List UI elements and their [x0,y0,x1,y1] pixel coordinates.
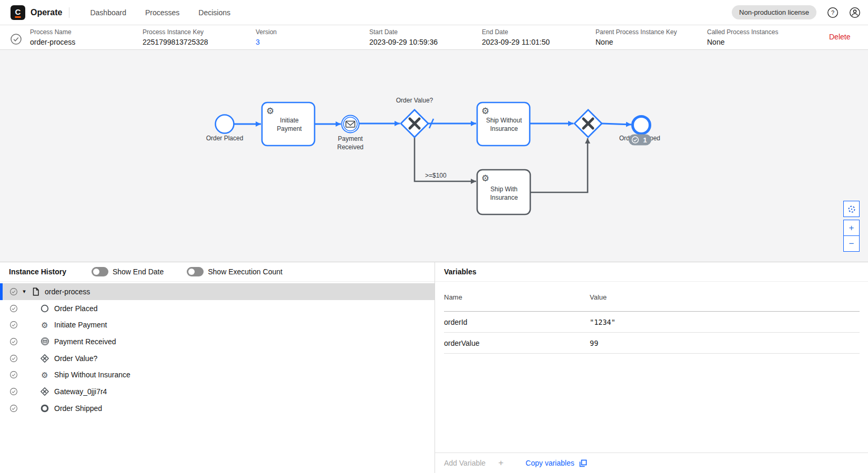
operate-app: C Operate Dashboard Processes Decisions … [0,0,868,473]
help-icon[interactable]: ? [827,7,839,18]
variables-table-header: Name Value [444,283,860,312]
svg-text:Payment: Payment [338,135,363,142]
exclusive-gateway-icon [40,387,49,396]
instance-header: Process Name order-process Process Insta… [0,25,868,50]
svg-text:Ship Without: Ship Without [486,117,522,124]
flow-ship-with-to-gateway2 [530,138,588,192]
start-event-icon [40,304,49,313]
history-row-gateway-0jji7r4[interactable]: Gateway_0jji7r4 [0,383,435,400]
history-row-order-value[interactable]: Order Value? [0,350,435,367]
copy-icon [579,459,587,467]
diagram-zoom-out-button[interactable]: − [843,235,860,252]
diagram-zoom-in-button[interactable]: + [843,220,860,236]
delete-button[interactable]: Delete [829,33,850,41]
nav-processes[interactable]: Processes [145,8,179,17]
app-title: Operate [31,8,62,17]
history-row-order-process[interactable]: ▾ order-process [0,283,435,300]
task-ship-with-insurance[interactable]: ⚙ Ship With Insurance [477,170,530,214]
start-event-order-placed[interactable]: Order Placed [206,115,244,142]
bpmn-svg: >=$100 Order Placed ⚙ Initiate Payment [0,50,868,262]
copy-variables-button[interactable]: Copy variables [526,459,587,467]
nav-decisions[interactable]: Decisions [198,8,230,17]
nav-dashboard[interactable]: Dashboard [90,8,126,17]
gateway-join[interactable] [574,110,602,137]
history-row-order-placed[interactable]: Order Placed [0,300,435,317]
completed-state-icon [10,33,22,47]
minus-icon: − [849,239,854,248]
column-header-name: Name [444,293,590,301]
check-circle-icon [9,404,18,413]
diagram-reset-zoom-button[interactable] [843,201,860,217]
license-badge: Non-production license [732,5,816,19]
svg-text:Received: Received [337,143,364,151]
service-task-gear-icon: ⚙ [40,321,49,329]
logo-underline [15,16,21,18]
flow-condition-label: >=$100 [425,172,447,179]
svg-text:Initiate: Initiate [280,117,299,124]
check-circle-icon [9,371,18,379]
variable-row-orderValue: orderValue 99 [444,333,860,354]
message-event-icon [40,337,49,346]
task-initiate-payment[interactable]: ⚙ Initiate Payment [262,102,315,146]
show-execution-count-toggle[interactable] [187,267,204,276]
camunda-logo[interactable]: C [11,5,25,20]
instance-history-tree: ▾ order-process Order Placed ⚙ Initiate … [0,283,435,417]
bpmn-diagram-canvas[interactable]: >=$100 Order Placed ⚙ Initiate Payment [0,50,868,262]
show-end-date-toggle[interactable] [92,267,108,276]
gateway-order-value[interactable]: Order Value? [396,97,433,137]
variables-table: Name Value orderId "1234" orderValue 99 [444,283,860,354]
task-ship-without-insurance[interactable]: ⚙ Ship Without Insurance [477,102,530,146]
svg-text:Insurance: Insurance [490,194,518,201]
svg-text:?: ? [831,9,834,16]
check-circle-icon [9,304,18,313]
svg-text:Ship With: Ship With [490,186,517,193]
variable-name: orderValue [444,339,590,347]
field-version: Version 3 [256,28,277,46]
user-icon[interactable] [849,7,861,18]
field-parent-process-instance-key: Parent Process Instance Key None [596,28,677,46]
top-nav-right: Non-production license ? [732,5,861,19]
message-envelope-icon [346,121,355,128]
show-execution-count-label: Show Execution Count [208,268,282,276]
check-circle-icon [9,287,18,296]
main-nav: Dashboard Processes Decisions [90,8,230,17]
history-row-label: Order Value? [54,354,97,363]
top-nav: C Operate Dashboard Processes Decisions … [0,0,868,25]
svg-text:Payment: Payment [277,125,302,132]
svg-text:Insurance: Insurance [490,125,518,132]
history-row-label: Payment Received [54,337,116,346]
logo-letter: C [15,8,21,16]
service-task-gear-icon: ⚙ [481,173,489,183]
service-task-gear-icon: ⚙ [481,106,489,116]
variable-row-orderId: orderId "1234" [444,312,860,333]
history-row-label: Ship Without Insurance [54,371,130,379]
check-circle-icon [9,337,18,346]
add-variable-button[interactable]: Add Variable + [444,458,503,468]
history-row-payment-received[interactable]: Payment Received [0,333,435,350]
caret-down-icon[interactable]: ▾ [21,288,27,295]
history-row-ship-without-insurance[interactable]: ⚙ Ship Without Insurance [0,366,435,383]
version-link[interactable]: 3 [256,38,277,46]
service-task-gear-icon: ⚙ [40,371,49,379]
field-end-date: End Date 2023-09-29 11:01:50 [482,28,550,46]
history-row-order-shipped[interactable]: Order Shipped [0,400,435,417]
field-start-date: Start Date 2023-09-29 10:59:36 [369,28,438,46]
field-process-name: Process Name order-process [30,28,75,46]
field-called-process-instances: Called Process Instances None [707,28,778,46]
instance-history-header: Instance History Show End Date Show Exec… [0,262,435,282]
variable-value[interactable]: 99 [590,339,860,347]
check-circle-icon [9,387,18,396]
history-row-label: Gateway_0jji7r4 [54,387,107,396]
variable-value[interactable]: "1234" [590,318,860,326]
exclusive-gateway-icon [40,354,49,363]
completed-count-badge: 1 [629,135,651,146]
show-end-date-label: Show End Date [113,268,164,276]
event-payment-received[interactable]: Payment Received [337,116,364,151]
history-row-label: Order Placed [54,304,97,313]
variables-header: Variables [435,262,868,282]
history-row-initiate-payment[interactable]: ⚙ Initiate Payment [0,316,435,333]
end-event-order-shipped[interactable]: Order Shipped 1 [619,117,660,146]
instance-history-panel: Instance History Show End Date Show Exec… [0,262,435,473]
svg-text:Order Placed: Order Placed [206,135,244,142]
column-header-value: Value [590,293,860,301]
